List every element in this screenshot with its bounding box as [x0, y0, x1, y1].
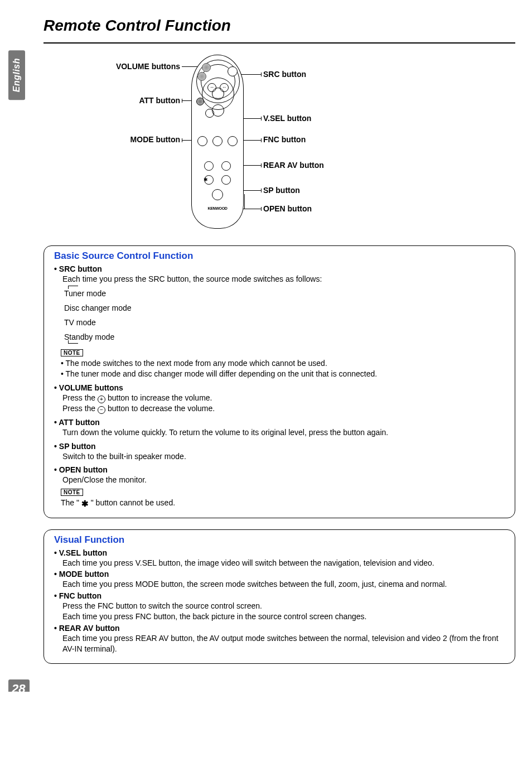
- src-body: Each time you press the SRC button, the …: [62, 274, 505, 285]
- open-button-icon: [212, 189, 223, 200]
- att-button-icon: [196, 98, 204, 105]
- mode-body: Each time you press MODE button, the scr…: [62, 579, 505, 590]
- nav-center-icon: [212, 88, 224, 100]
- sp-row: [192, 175, 243, 185]
- basic-source-section: Basic Source Control Function • SRC butt…: [43, 245, 515, 518]
- vsel-body: Each time you press V.SEL button, the im…: [62, 558, 505, 568]
- note2: The " ✱ " button cannot be used.: [61, 498, 505, 509]
- att-body: Turn down the volume quickly. To return …: [62, 427, 505, 438]
- att-head: • ATT button: [54, 418, 100, 427]
- src-head: • SRC button: [54, 264, 102, 273]
- fnc-head: • FNC button: [54, 591, 101, 600]
- sp-head: • SP button: [54, 442, 96, 451]
- mode-tv: TV mode: [64, 318, 505, 327]
- mode-head: • MODE button: [54, 570, 109, 578]
- mode-tuner: Tuner mode: [64, 289, 505, 298]
- label-open: OPEN button: [263, 204, 312, 213]
- vsel-head: • V.SEL button: [54, 548, 107, 557]
- page-number: 28: [8, 679, 30, 692]
- sp-body: Switch to the built-in speaker mode.: [62, 451, 505, 462]
- fnc-body2: Each time you press FNC button, the back…: [62, 611, 505, 622]
- label-att: ATT button: [43, 96, 180, 105]
- volume-down-button-icon: [197, 72, 206, 81]
- fnc-body1: Press the FNC button to switch the sourc…: [62, 601, 505, 611]
- star-icon: ✱: [81, 498, 89, 509]
- section1-title: Basic Source Control Function: [54, 250, 505, 262]
- fnc-button-icon: [228, 136, 238, 146]
- volume-line1: Press the + button to increase the volum…: [62, 393, 505, 403]
- src-button-icon: [228, 66, 238, 76]
- remote-body: ↔ ↔ ✱ KENWOOD: [191, 55, 244, 229]
- remote-diagram: VOLUME buttons ATT button MODE button SR…: [43, 55, 515, 239]
- asterisk-icon: ✱: [204, 177, 208, 182]
- note1-b: • The tuner mode and disc changer mode w…: [61, 369, 505, 379]
- label-mode: MODE button: [43, 135, 180, 144]
- rearav-row: [192, 161, 243, 171]
- note-badge-1: NOTE: [61, 349, 83, 356]
- label-volume: VOLUME buttons: [43, 62, 180, 71]
- open-head: • OPEN button: [54, 465, 108, 474]
- row4-left-icon: [204, 161, 214, 171]
- title-rule: [43, 42, 515, 44]
- plus-icon: +: [98, 396, 105, 403]
- mode-disc: Disc changer mode: [64, 303, 505, 312]
- volume-up-button-icon: [202, 63, 211, 72]
- volume-head: • VOLUME buttons: [54, 383, 123, 392]
- minus-icon: −: [98, 406, 105, 414]
- page-title: Remote Control Function: [43, 17, 515, 39]
- mid-button-icon: [212, 136, 223, 146]
- visual-function-section: Visual Function • V.SEL button Each time…: [43, 529, 515, 664]
- volume-line2: Press the − button to decrease the volum…: [62, 403, 505, 414]
- mode-button-icon: [197, 136, 207, 146]
- label-rearav: REAR AV button: [263, 161, 324, 170]
- lower-button-icon: [205, 109, 214, 118]
- mode-sequence: Tuner mode Disc changer mode TV mode Sta…: [54, 289, 505, 341]
- label-vsel: V.SEL button: [263, 114, 311, 123]
- brand-label: KENWOOD: [192, 206, 243, 210]
- note1-a: • The mode switches to the next mode fro…: [61, 358, 505, 369]
- rearav-button-icon: [221, 161, 231, 171]
- language-tab: English: [8, 50, 25, 100]
- label-src: SRC button: [263, 70, 306, 79]
- section2-title: Visual Function: [54, 534, 505, 546]
- sp-button-icon: [221, 175, 231, 185]
- rearav-head: • REAR AV button: [54, 624, 120, 633]
- rearav-body: Each time you press REAR AV button, the …: [62, 633, 505, 654]
- note-badge-2: NOTE: [61, 489, 83, 496]
- open-body: Open/Close the monitor.: [62, 475, 505, 485]
- mode-fnc-row: [192, 136, 243, 146]
- label-sp: SP button: [263, 186, 300, 195]
- mode-standby: Standby mode: [64, 332, 505, 341]
- label-fnc: FNC button: [263, 135, 306, 144]
